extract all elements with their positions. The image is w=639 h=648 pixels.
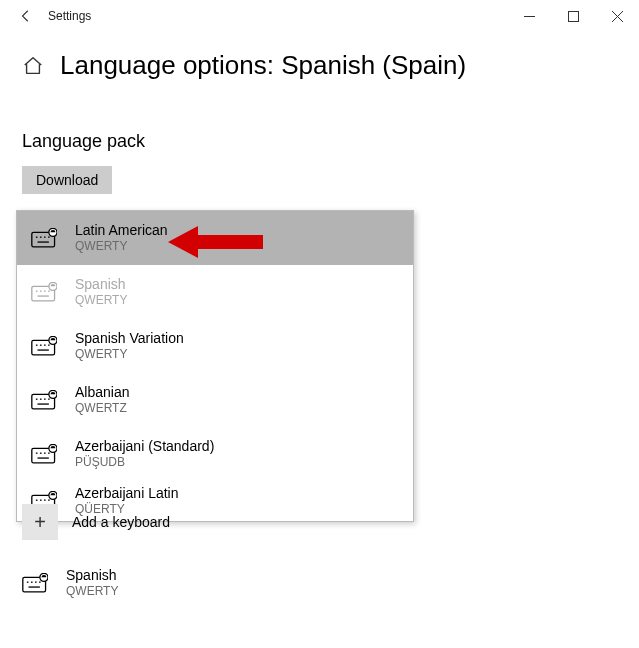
page-header: Language options: Spanish (Spain) — [0, 32, 639, 89]
keyboard-option-name: Azerbaijani (Standard) — [75, 438, 214, 456]
close-button[interactable] — [595, 0, 639, 32]
keyboard-icon — [31, 336, 57, 356]
keyboard-option-layout: QWERTY — [75, 293, 127, 308]
language-pack-section: Language pack Download — [0, 131, 639, 194]
keyboard-icon — [31, 444, 57, 464]
keyboard-option-layout: PÜŞUDB — [75, 455, 214, 470]
keyboard-option-latin-american[interactable]: Latin AmericanQWERTY — [17, 211, 413, 265]
window-title: Settings — [48, 9, 91, 23]
installed-keyboard-layout: QWERTY — [66, 584, 118, 599]
keyboard-icon — [31, 282, 57, 302]
keyboard-icon — [31, 228, 57, 248]
back-button[interactable] — [8, 9, 44, 23]
keyboard-option-spanish[interactable]: SpanishQWERTY — [17, 265, 413, 319]
page-title: Language options: Spanish (Spain) — [60, 50, 466, 81]
keyboard-layout-dropdown: Latin AmericanQWERTY SpanishQWERTY Spani… — [16, 210, 414, 522]
installed-keyboard-item[interactable]: Spanish QWERTY — [22, 556, 422, 610]
window-controls — [507, 0, 639, 32]
keyboard-option-name: Spanish — [75, 276, 127, 294]
title-bar: Settings — [0, 0, 639, 32]
keyboard-option-spanish-variation[interactable]: Spanish VariationQWERTY — [17, 319, 413, 373]
plus-icon: + — [22, 504, 58, 540]
keyboard-option-layout: QWERTY — [75, 239, 168, 254]
add-keyboard-button[interactable]: + Add a keyboard — [22, 498, 422, 546]
download-button[interactable]: Download — [22, 166, 112, 194]
keyboard-option-name: Spanish Variation — [75, 330, 184, 348]
svg-rect-1 — [568, 11, 578, 21]
keyboard-option-name: Albanian — [75, 384, 130, 402]
keyboard-option-name: Latin American — [75, 222, 168, 240]
add-keyboard-label: Add a keyboard — [72, 514, 170, 530]
keyboard-option-albanian[interactable]: AlbanianQWERTZ — [17, 373, 413, 427]
keyboards-section: + Add a keyboard Spanish QWERTY — [22, 498, 422, 610]
keyboard-icon — [22, 573, 48, 593]
minimize-button[interactable] — [507, 0, 551, 32]
installed-keyboard-name: Spanish — [66, 567, 118, 585]
home-icon[interactable] — [22, 55, 44, 77]
section-title: Language pack — [22, 131, 617, 152]
maximize-button[interactable] — [551, 0, 595, 32]
keyboard-option-layout: QWERTZ — [75, 401, 130, 416]
keyboard-option-layout: QWERTY — [75, 347, 184, 362]
keyboard-icon — [31, 390, 57, 410]
keyboard-option-azerbaijani-standard[interactable]: Azerbaijani (Standard)PÜŞUDB — [17, 427, 413, 481]
